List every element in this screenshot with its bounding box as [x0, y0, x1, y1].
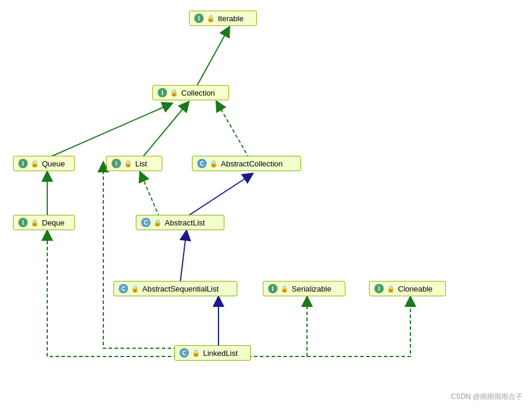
label-iterable: Iterable — [218, 14, 243, 23]
label-serializable: Serializable — [292, 284, 331, 293]
node-collection: I 🔒 Collection — [152, 85, 229, 100]
node-serializable: I 🔒 Serializable — [263, 281, 345, 296]
watermark: CSDN @雨雨雨雨点子 — [451, 392, 523, 402]
badge-abstractlist: C — [141, 218, 151, 227]
label-deque: Deque — [42, 218, 64, 227]
node-abstractlist: C 🔒 AbstractList — [136, 215, 224, 230]
badge-linkedlist: C — [179, 348, 189, 358]
lock-abstractlist: 🔒 — [154, 219, 162, 227]
badge-deque: I — [18, 218, 28, 227]
badge-iterable: I — [194, 14, 204, 23]
node-abstractcollection: C 🔒 AbstractCollection — [192, 156, 301, 171]
badge-serializable: I — [268, 284, 278, 293]
node-linkedlist: C 🔒 LinkedList — [174, 345, 251, 361]
node-abstractsequentiallist: C 🔒 AbstractSequentialList — [113, 281, 237, 296]
svg-line-4 — [47, 105, 168, 158]
badge-queue: I — [18, 159, 28, 168]
badge-list: I — [112, 159, 121, 168]
lock-cloneable: 🔒 — [387, 285, 395, 293]
svg-line-8 — [186, 176, 249, 217]
lock-list: 🔒 — [124, 160, 132, 168]
node-iterable: I 🔒 Iterable — [189, 11, 257, 26]
badge-abstractcollection: C — [197, 159, 207, 168]
svg-line-6 — [218, 105, 249, 158]
node-deque: I 🔒 Deque — [13, 215, 75, 230]
label-collection: Collection — [181, 89, 215, 97]
label-abstractcollection: AbstractCollection — [221, 159, 283, 168]
lock-linkedlist: 🔒 — [192, 349, 200, 357]
diagram-container: I 🔒 Iterable I 🔒 Collection I 🔒 Queue I … — [0, 0, 532, 409]
lock-deque: 🔒 — [31, 219, 39, 227]
node-list: I 🔒 List — [106, 156, 162, 171]
lock-abstractsequentiallist: 🔒 — [131, 285, 139, 293]
svg-line-3 — [196, 31, 227, 87]
badge-cloneable: I — [374, 284, 384, 293]
label-list: List — [135, 159, 147, 168]
badge-abstractsequentiallist: C — [119, 284, 128, 293]
svg-line-5 — [142, 105, 186, 158]
label-abstractsequentiallist: AbstractSequentialList — [142, 284, 218, 293]
svg-line-10 — [180, 235, 186, 283]
svg-line-9 — [142, 176, 159, 217]
label-cloneable: Cloneable — [398, 284, 433, 293]
badge-collection: I — [158, 88, 167, 97]
node-cloneable: I 🔒 Cloneable — [369, 281, 446, 296]
label-abstractlist: AbstractList — [165, 218, 205, 227]
lock-iterable: 🔒 — [207, 15, 215, 22]
lock-queue: 🔒 — [31, 160, 39, 168]
lock-abstractcollection: 🔒 — [210, 160, 218, 168]
node-queue: I 🔒 Queue — [13, 156, 75, 171]
lock-collection: 🔒 — [170, 89, 178, 97]
label-linkedlist: LinkedList — [203, 349, 238, 358]
arrows-svg — [0, 0, 532, 409]
lock-serializable: 🔒 — [280, 285, 289, 293]
label-queue: Queue — [42, 159, 65, 168]
